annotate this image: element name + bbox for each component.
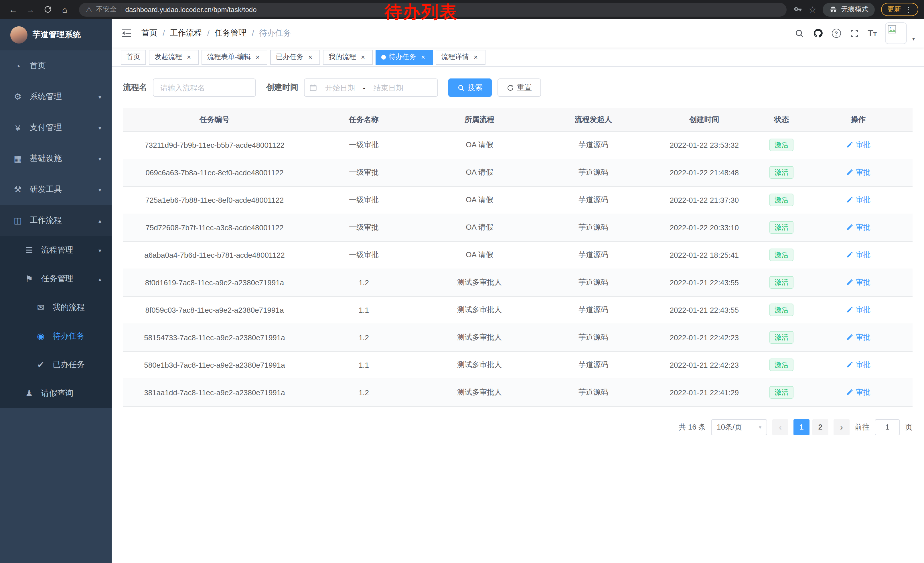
omnibox-divider: [121, 6, 122, 13]
cell-created: 2022-01-22 21:37:30: [650, 186, 759, 214]
forward-button[interactable]: →: [23, 2, 38, 17]
browser-toolbar-right: ☆ 无痕模式 更新 ⋮: [793, 3, 918, 17]
app-logo[interactable]: 芋道管理系统: [0, 19, 112, 50]
fullscreen-icon[interactable]: [849, 29, 859, 38]
github-icon[interactable]: [813, 28, 823, 38]
prev-page-button[interactable]: ‹: [772, 419, 788, 435]
font-size-icon[interactable]: TT: [868, 29, 877, 38]
incognito-icon: [829, 5, 837, 14]
sidebar-item[interactable]: ▦基础设施▾: [0, 143, 112, 174]
approve-link[interactable]: 审批: [846, 387, 870, 398]
start-date-input[interactable]: [319, 83, 361, 92]
sidebar-item-label: 已办任务: [52, 360, 112, 370]
search-button[interactable]: 搜索: [448, 78, 492, 97]
process-name-input[interactable]: [153, 78, 256, 97]
sidebar-item-label: 工作流程: [30, 215, 99, 226]
breadcrumb-item[interactable]: 工作流程: [170, 28, 202, 38]
date-range-separator: -: [363, 83, 366, 92]
annotation-overlay: 待办列表: [385, 1, 458, 24]
tab-item[interactable]: 已办任务×: [270, 50, 320, 65]
sidebar-item[interactable]: ◫工作流程▴: [0, 205, 112, 236]
goto-page-input[interactable]: [875, 419, 900, 435]
sidebar-menu: ◔首页⚙系统管理▾¥支付管理▾▦基础设施▾⚒研发工具▾◫工作流程▴☰流程管理▾⚑…: [0, 50, 112, 408]
tab-label: 流程详情: [441, 52, 469, 62]
sidebar-item[interactable]: ✉我的流程: [0, 293, 112, 322]
sidebar-item[interactable]: ✔已办任务: [0, 350, 112, 379]
close-icon[interactable]: ×: [254, 53, 262, 61]
approve-link[interactable]: 审批: [846, 360, 870, 370]
sidebar-item-label: 我的流程: [52, 302, 112, 313]
table-row: 73211d9d-7b9b-11ec-b5b7-acde48001122一级审批…: [123, 131, 912, 159]
sidebar-item[interactable]: ☰流程管理▾: [0, 236, 112, 264]
cell-action: 审批: [804, 214, 912, 241]
cell-action: 审批: [804, 269, 912, 296]
next-page-button[interactable]: ›: [834, 419, 850, 435]
edit-icon: [846, 251, 853, 258]
approve-label: 审批: [856, 167, 870, 177]
approve-link[interactable]: 审批: [846, 140, 870, 150]
breadcrumb-item[interactable]: 任务管理: [214, 28, 247, 38]
hamburger-icon[interactable]: [121, 27, 132, 39]
approve-link[interactable]: 审批: [846, 277, 870, 288]
browser-menu-icon[interactable]: ⋮: [905, 6, 912, 14]
edit-icon: [846, 361, 853, 369]
home-button[interactable]: ⌂: [57, 2, 72, 17]
table-body: 73211d9d-7b9b-11ec-b5b7-acde48001122一级审批…: [123, 131, 912, 406]
reload-button[interactable]: [40, 2, 55, 17]
cell-initiator: 芋道源码: [537, 269, 650, 296]
update-chip[interactable]: 更新 ⋮: [881, 3, 918, 16]
cell-action: 审批: [804, 351, 912, 378]
approve-link[interactable]: 审批: [846, 195, 870, 205]
sidebar-item[interactable]: ◉待办任务: [0, 322, 112, 350]
filter-bar: 流程名 创建时间 - 搜索 重置: [123, 78, 912, 97]
cell-action: 审批: [804, 378, 912, 406]
tab-item[interactable]: 发起流程×: [149, 50, 199, 65]
search-icon[interactable]: [794, 29, 804, 38]
close-icon[interactable]: ×: [185, 53, 193, 61]
date-range-picker[interactable]: -: [304, 78, 438, 97]
close-icon[interactable]: ×: [306, 53, 314, 61]
sidebar-item[interactable]: ⚒研发工具▾: [0, 174, 112, 205]
breadcrumb-item[interactable]: 首页: [141, 28, 158, 38]
tab-item[interactable]: 首页: [121, 50, 146, 65]
total-count: 共 16 条: [679, 422, 706, 432]
tab-item[interactable]: 流程详情×: [436, 50, 486, 65]
approve-link[interactable]: 审批: [846, 222, 870, 233]
approve-link[interactable]: 审批: [846, 305, 870, 315]
approve-link[interactable]: 审批: [846, 167, 870, 177]
page-number-button[interactable]: 1: [794, 419, 810, 435]
sidebar-item[interactable]: ⚑任务管理▴: [0, 264, 112, 293]
back-button[interactable]: ←: [6, 2, 21, 17]
breadcrumb-separator: /: [207, 29, 210, 38]
cell-action: 审批: [804, 159, 912, 186]
chevron-down-icon: ▾: [99, 186, 101, 193]
sidebar-item-label: 流程管理: [41, 245, 99, 255]
logo-title: 芋道管理系统: [33, 30, 81, 40]
avatar[interactable]: [885, 23, 907, 44]
end-date-input[interactable]: [367, 83, 410, 92]
bookmark-star-icon[interactable]: ☆: [808, 4, 816, 15]
sidebar-item[interactable]: ◔首页: [0, 50, 112, 81]
page-size-select[interactable]: 10条/页 ▾: [711, 419, 767, 435]
sidebar-item[interactable]: ⚙系统管理▾: [0, 81, 112, 112]
tab-item[interactable]: 我的流程×: [323, 50, 373, 65]
chevron-down-icon[interactable]: ▾: [912, 36, 915, 42]
tab-item[interactable]: 流程表单-编辑×: [201, 50, 267, 65]
sidebar-item[interactable]: ¥支付管理▾: [0, 112, 112, 143]
task-icon: ⚑: [23, 274, 36, 284]
cell-process: OA 请假: [422, 159, 537, 186]
password-key-icon[interactable]: [793, 5, 802, 14]
infrastructure-icon: ▦: [12, 153, 24, 164]
approve-link[interactable]: 审批: [846, 250, 870, 260]
tab-label: 我的流程: [328, 52, 356, 62]
reset-button[interactable]: 重置: [498, 78, 541, 97]
update-label: 更新: [887, 5, 901, 14]
close-icon[interactable]: ×: [472, 53, 480, 61]
page-number-button[interactable]: 2: [812, 419, 828, 435]
help-icon[interactable]: ?: [831, 29, 841, 38]
sidebar-item[interactable]: ♟请假查询: [0, 379, 112, 408]
tab-item[interactable]: 待办任务×: [375, 50, 433, 65]
approve-link[interactable]: 审批: [846, 332, 870, 342]
close-icon[interactable]: ×: [359, 53, 367, 61]
close-icon[interactable]: ×: [419, 53, 427, 61]
